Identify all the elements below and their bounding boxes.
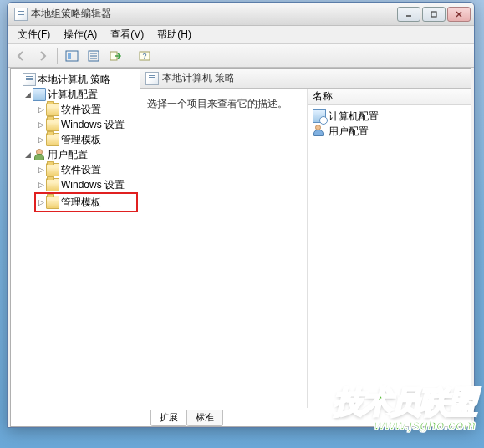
- forward-button[interactable]: [33, 47, 53, 65]
- tree-software-settings[interactable]: ▷ 软件设置: [13, 162, 138, 177]
- list-item[interactable]: 用户配置: [309, 124, 469, 139]
- folder-icon: [46, 163, 59, 176]
- list-items: 计算机配置 用户配置: [308, 105, 471, 142]
- export-button[interactable]: [105, 47, 125, 65]
- tree-label: Windows 设置: [61, 118, 125, 132]
- user-config-icon: [313, 125, 326, 138]
- menu-help[interactable]: 帮助(H): [150, 26, 198, 43]
- list-column: 名称 计算机配置 用户配置: [308, 89, 471, 408]
- title-bar[interactable]: 本地组策略编辑器: [8, 3, 474, 26]
- close-button[interactable]: [447, 7, 471, 22]
- expand-icon[interactable]: ▷: [36, 181, 46, 189]
- expand-icon[interactable]: ▷: [36, 135, 46, 144]
- collapse-icon[interactable]: ◢: [23, 150, 33, 159]
- show-hide-tree-button[interactable]: [62, 47, 82, 65]
- folder-icon: [46, 133, 59, 146]
- toolbar: ?: [8, 44, 474, 68]
- menu-bar: 文件(F) 操作(A) 查看(V) 帮助(H): [8, 26, 474, 44]
- client-area: 本地计算机 策略 ◢ 计算机配置 ▷ 软件设置 ▷ Windows 设置 ▷ 管…: [10, 68, 471, 427]
- tree-label: 软件设置: [61, 163, 101, 177]
- help-button[interactable]: ?: [135, 47, 155, 65]
- expand-icon[interactable]: ▷: [36, 165, 46, 174]
- menu-view[interactable]: 查看(V): [104, 26, 150, 43]
- tree-label: 用户配置: [48, 148, 88, 162]
- folder-icon: [46, 103, 59, 116]
- tree-windows-settings[interactable]: ▷ Windows 设置: [13, 177, 138, 192]
- policy-icon: [23, 73, 36, 86]
- content-body: 选择一个项目来查看它的描述。 名称 计算机配置 用户配置: [140, 89, 471, 408]
- computer-icon: [33, 88, 46, 101]
- content-title: 本地计算机 策略: [162, 71, 235, 85]
- expand-icon[interactable]: ▷: [36, 105, 46, 114]
- svg-rect-5: [68, 53, 71, 59]
- tab-standard[interactable]: 标准: [186, 410, 223, 426]
- highlighted-annotation: ▷ 管理模板: [34, 192, 138, 212]
- tree-root[interactable]: 本地计算机 策略: [13, 72, 138, 87]
- tree-label: 本地计算机 策略: [38, 73, 110, 87]
- minimize-button[interactable]: [397, 7, 420, 22]
- tree-user-config[interactable]: ◢ 用户配置: [13, 147, 138, 162]
- list-item-label: 用户配置: [329, 125, 369, 139]
- list-item[interactable]: 计算机配置: [309, 109, 469, 124]
- tree-software-settings[interactable]: ▷ 软件设置: [13, 102, 138, 117]
- toolbar-separator: [130, 48, 130, 64]
- content-pane: 本地计算机 策略 选择一个项目来查看它的描述。 名称 计算机配置: [140, 69, 471, 426]
- tabs-row: 扩展 标准: [140, 408, 471, 426]
- app-icon: [14, 8, 28, 21]
- tree-label: 管理模板: [61, 133, 101, 147]
- tree-computer-config[interactable]: ◢ 计算机配置: [13, 87, 138, 102]
- app-window: 本地组策略编辑器 文件(F) 操作(A) 查看(V) 帮助(H): [7, 2, 475, 428]
- tree-windows-settings[interactable]: ▷ Windows 设置: [13, 117, 138, 132]
- expand-icon[interactable]: ▷: [36, 120, 46, 129]
- maximize-button[interactable]: [422, 7, 446, 22]
- tree-label: 计算机配置: [48, 88, 98, 102]
- tree-admin-templates[interactable]: ▷ 管理模板: [13, 132, 138, 147]
- tree-admin-templates-highlighted[interactable]: ▷ 管理模板: [36, 195, 125, 210]
- back-button[interactable]: [11, 47, 31, 65]
- content-header: 本地计算机 策略: [140, 69, 471, 89]
- description-column: 选择一个项目来查看它的描述。: [140, 89, 308, 408]
- properties-button[interactable]: [84, 47, 104, 65]
- menu-file[interactable]: 文件(F): [11, 26, 57, 43]
- window-controls: [397, 7, 471, 22]
- tree-label: 管理模板: [61, 196, 101, 210]
- svg-rect-1: [431, 12, 436, 17]
- collapse-icon[interactable]: ◢: [23, 90, 33, 99]
- expand-icon[interactable]: ▷: [36, 198, 46, 206]
- menu-action[interactable]: 操作(A): [57, 26, 104, 43]
- window-title: 本地组策略编辑器: [31, 7, 397, 21]
- toolbar-separator: [57, 48, 58, 64]
- folder-icon: [46, 196, 59, 209]
- tab-extended[interactable]: 扩展: [150, 410, 187, 426]
- svg-text:?: ?: [142, 52, 146, 60]
- tree-pane[interactable]: 本地计算机 策略 ◢ 计算机配置 ▷ 软件设置 ▷ Windows 设置 ▷ 管…: [11, 69, 140, 426]
- folder-icon: [46, 178, 59, 191]
- computer-config-icon: [313, 109, 326, 123]
- column-header-name[interactable]: 名称: [308, 89, 471, 105]
- user-icon: [33, 148, 46, 161]
- policy-icon: [145, 72, 159, 85]
- folder-icon: [46, 118, 59, 131]
- tree-label: Windows 设置: [61, 178, 125, 192]
- description-text: 选择一个项目来查看它的描述。: [147, 97, 300, 111]
- tree-label: 软件设置: [61, 103, 101, 117]
- list-item-label: 计算机配置: [329, 109, 379, 124]
